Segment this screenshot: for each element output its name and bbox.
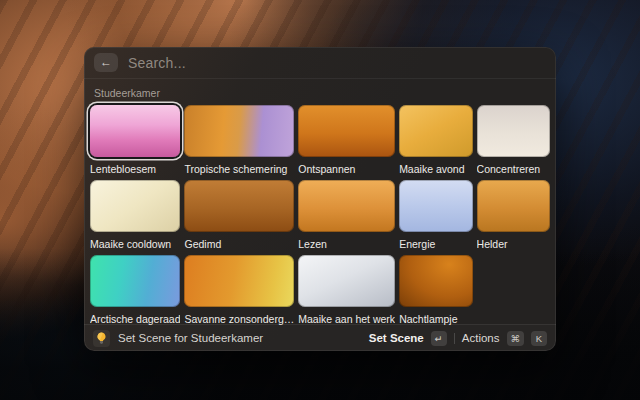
footer-bar: Set Scene for Studeerkamer Set Scene ↵ A… xyxy=(84,324,556,351)
lightbulb-icon xyxy=(96,332,107,344)
scene-thumbnail xyxy=(477,105,550,157)
scene-thumbnail xyxy=(90,180,180,232)
scene-card[interactable]: Lezen xyxy=(298,180,395,250)
scene-thumbnail xyxy=(399,105,472,157)
scene-label: Maaike cooldown xyxy=(90,238,180,250)
scene-thumbnail xyxy=(399,180,472,232)
scene-card[interactable]: Gedimd xyxy=(184,180,294,250)
scene-thumbnail xyxy=(90,105,180,157)
scene-card[interactable]: Arctische dageraad xyxy=(90,255,180,325)
k-key-badge: K xyxy=(531,331,547,346)
scene-card[interactable]: Maaike cooldown xyxy=(90,180,180,250)
scene-card[interactable]: Concentreren xyxy=(477,105,550,175)
scene-label: Tropische schemering xyxy=(184,163,294,175)
scene-label: Concentreren xyxy=(477,163,550,175)
back-button[interactable]: ← xyxy=(94,53,118,72)
command-key-badge: ⌘ xyxy=(507,331,525,346)
extension-icon-tile xyxy=(93,330,110,347)
scene-card[interactable]: Helder xyxy=(477,180,550,250)
scene-launcher-panel: ← Search... Studeerkamer Lentebloesem Tr… xyxy=(84,47,556,351)
section-header: Studeerkamer xyxy=(94,87,546,99)
actions-menu-button[interactable]: Actions xyxy=(462,332,500,344)
footer-divider xyxy=(454,333,455,344)
primary-action-button[interactable]: Set Scene xyxy=(369,332,424,344)
scene-card[interactable]: Ontspannen xyxy=(298,105,395,175)
footer-context-label: Set Scene for Studeerkamer xyxy=(118,332,263,344)
scene-card[interactable]: Maaike avond xyxy=(399,105,472,175)
scene-card[interactable]: Savanne zonsonderg… xyxy=(184,255,294,325)
scene-label: Energie xyxy=(399,238,472,250)
search-input[interactable]: Search... xyxy=(128,55,186,71)
scene-thumbnail xyxy=(399,255,472,307)
scene-label: Ontspannen xyxy=(298,163,395,175)
scene-thumbnail xyxy=(90,255,180,307)
arrow-left-icon: ← xyxy=(100,55,112,69)
scene-thumbnail xyxy=(477,180,550,232)
scene-thumbnail xyxy=(298,180,395,232)
scene-card[interactable]: Lentebloesem xyxy=(90,105,180,175)
scene-label: Helder xyxy=(477,238,550,250)
scene-thumbnail xyxy=(184,180,294,232)
scene-thumbnail xyxy=(298,105,395,157)
scene-label: Lezen xyxy=(298,238,395,250)
scene-label: Lentebloesem xyxy=(90,163,180,175)
scene-thumbnail xyxy=(184,255,294,307)
scene-grid: Lentebloesem Tropische schemering Ontspa… xyxy=(84,105,556,325)
return-key-badge: ↵ xyxy=(431,331,447,346)
search-bar: ← Search... xyxy=(84,47,556,79)
scene-thumbnail xyxy=(298,255,395,307)
scene-card[interactable]: Tropische schemering xyxy=(184,105,294,175)
scene-thumbnail xyxy=(184,105,294,157)
scene-card[interactable]: Energie xyxy=(399,180,472,250)
scene-card[interactable]: Nachtlampje xyxy=(399,255,472,325)
scene-label: Maaike avond xyxy=(399,163,472,175)
scene-card[interactable]: Maaike aan het werk xyxy=(298,255,395,325)
footer-actions: Set Scene ↵ Actions ⌘ K xyxy=(369,331,547,346)
scene-label: Gedimd xyxy=(184,238,294,250)
